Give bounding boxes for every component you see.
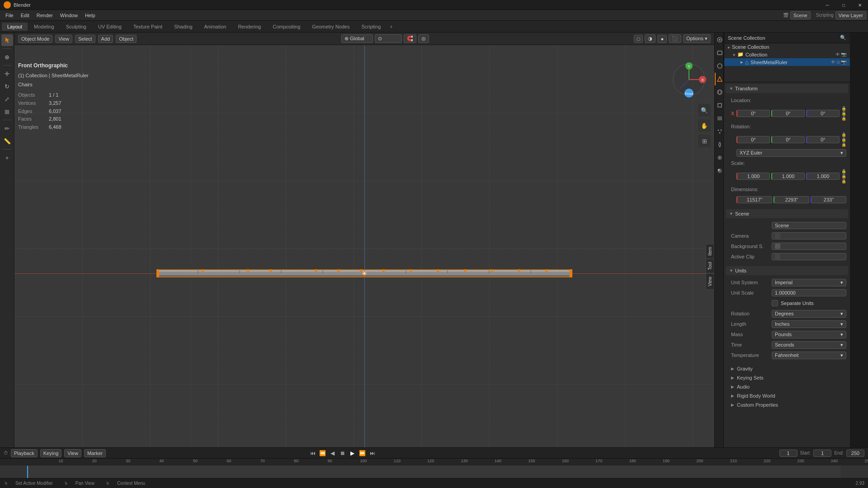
tab-particles[interactable] bbox=[715, 125, 724, 138]
object-visibility-icon[interactable]: 👁 bbox=[831, 60, 835, 65]
gizmo-zoom[interactable]: 🔍 bbox=[698, 104, 711, 117]
ws-tab-uv-editing[interactable]: UV Editing bbox=[93, 23, 127, 31]
minimize-button[interactable]: ─ bbox=[819, 0, 835, 10]
mass-dropdown[interactable]: Pounds ▾ bbox=[772, 331, 846, 338]
view-layer-selector[interactable]: View Layer bbox=[835, 11, 866, 19]
scale-y-field[interactable]: 1.000 bbox=[771, 173, 805, 180]
ws-tab-texture-paint[interactable]: Texture Paint bbox=[128, 23, 168, 31]
unit-scale-field[interactable]: 1.000000 bbox=[772, 289, 846, 296]
scene-selector[interactable]: Scene bbox=[790, 11, 811, 19]
scale-x-lock-icon[interactable]: 🔒 bbox=[841, 169, 846, 174]
sidebar-tab-tool[interactable]: Tool bbox=[706, 259, 714, 273]
menu-file[interactable]: File bbox=[2, 12, 17, 19]
mode-selector[interactable]: Object Mode bbox=[18, 35, 52, 43]
separate-units-checkbox[interactable] bbox=[772, 300, 778, 306]
active-clip-field[interactable] bbox=[772, 253, 846, 260]
snap-toggle[interactable]: 🧲 bbox=[404, 34, 416, 43]
step-fwd-btn[interactable]: ⏩ bbox=[358, 449, 367, 457]
start-frame-field[interactable]: 1 bbox=[813, 450, 831, 457]
ws-tab-shading[interactable]: Shading bbox=[169, 23, 198, 31]
keying-menu[interactable]: Keying bbox=[40, 449, 62, 457]
unit-system-dropdown[interactable]: Imperial ▾ bbox=[772, 279, 846, 286]
jump-to-end-btn[interactable]: ⏭ bbox=[368, 449, 377, 457]
menu-help[interactable]: Help bbox=[81, 12, 99, 19]
tool-transform[interactable]: ⊞ bbox=[1, 106, 13, 117]
location-z-field[interactable]: 0° bbox=[806, 110, 840, 117]
audio-section[interactable]: ▶ Audio bbox=[726, 383, 848, 391]
play-btn[interactable]: ▶ bbox=[348, 449, 357, 457]
object-render-icon[interactable]: 📷 bbox=[841, 60, 846, 65]
ws-tab-animation[interactable]: Animation bbox=[199, 23, 232, 31]
ws-tab-sculpting[interactable]: Sculpting bbox=[61, 23, 92, 31]
rigid-body-world-section[interactable]: ▶ Rigid Body World bbox=[726, 392, 848, 400]
dim-z-field[interactable]: 233" bbox=[811, 196, 846, 203]
rot-x-lock-icon[interactable]: 🔒 bbox=[841, 132, 846, 137]
object-select-icon[interactable]: ⊙ bbox=[836, 60, 840, 65]
ruler-object[interactable] bbox=[156, 268, 572, 278]
loc-y-lock-icon[interactable]: 🔒 bbox=[841, 111, 846, 116]
loc-x-lock-icon[interactable]: 🔒 bbox=[841, 106, 846, 111]
tool-annotate[interactable]: ✏ bbox=[1, 122, 13, 134]
timeline-ruler[interactable]: 10 20 30 40 50 60 70 80 90 100 110 120 1… bbox=[0, 459, 868, 479]
outliner-item-collection[interactable]: ▸ 📁 Collection 👁 📷 bbox=[724, 51, 850, 58]
viewport-canvas[interactable]: Front Orthographic (1) Collection | Shee… bbox=[14, 45, 714, 488]
ws-tab-layout[interactable]: Layout bbox=[2, 23, 28, 31]
play-reverse-btn[interactable]: ◀ bbox=[328, 449, 337, 457]
playback-menu[interactable]: Playback bbox=[11, 449, 38, 457]
rot-y-lock-icon[interactable]: 🔒 bbox=[841, 137, 846, 142]
ws-tab-compositing[interactable]: Compositing bbox=[267, 23, 306, 31]
step-back-btn[interactable]: ⏪ bbox=[318, 449, 327, 457]
dim-y-field[interactable]: 2293" bbox=[774, 196, 809, 203]
ws-tab-rendering[interactable]: Rendering bbox=[232, 23, 266, 31]
rot-z-lock-icon[interactable]: 🔒 bbox=[841, 142, 846, 147]
ws-tab-geometry-nodes[interactable]: Geometry Nodes bbox=[307, 23, 355, 31]
tool-add[interactable]: + bbox=[1, 152, 13, 164]
timeline-track[interactable] bbox=[0, 466, 868, 479]
scale-y-lock-icon[interactable]: 🔒 bbox=[841, 174, 846, 178]
stop-btn[interactable]: ⏹ bbox=[338, 449, 347, 457]
tool-cursor[interactable]: ⊕ bbox=[1, 51, 13, 63]
gizmo-grid[interactable]: ⊞ bbox=[698, 135, 711, 147]
tool-rotate[interactable]: ↻ bbox=[1, 80, 13, 92]
tab-output[interactable] bbox=[715, 47, 724, 59]
custom-properties-section[interactable]: ▶ Custom Properties bbox=[726, 401, 848, 409]
menu-render[interactable]: Render bbox=[33, 12, 57, 19]
menu-edit[interactable]: Edit bbox=[17, 12, 33, 19]
add-menu[interactable]: Add bbox=[98, 35, 113, 43]
gravity-section[interactable]: ▶ Gravity bbox=[726, 365, 848, 373]
tab-physics[interactable] bbox=[715, 138, 724, 151]
tool-scale[interactable]: ⤢ bbox=[1, 93, 13, 105]
transform-orientation[interactable]: ⊕ Global bbox=[341, 34, 373, 43]
scale-x-field[interactable]: 1.000 bbox=[736, 173, 770, 180]
view-menu[interactable]: View bbox=[55, 35, 72, 43]
tab-object-constraints[interactable] bbox=[715, 151, 724, 164]
collection-render-icon[interactable]: 📷 bbox=[841, 52, 846, 57]
outliner-item-object[interactable]: ▸ △ SheetMetalRuler 👁 ⊙ 📷 bbox=[724, 58, 850, 66]
viewport-shading-material[interactable]: ● bbox=[657, 35, 667, 43]
jump-to-start-btn[interactable]: ⏮ bbox=[308, 449, 317, 457]
select-menu[interactable]: Select bbox=[75, 35, 95, 43]
ws-tab-scripting[interactable]: Scripting bbox=[356, 23, 386, 31]
scene-name-field[interactable]: Scene bbox=[772, 222, 846, 229]
units-section-header[interactable]: ▼ Units bbox=[726, 266, 848, 275]
rotation-y-field[interactable]: 0° bbox=[771, 136, 805, 143]
tab-modifiers[interactable] bbox=[715, 112, 724, 125]
end-frame-field[interactable]: 250 bbox=[846, 450, 864, 457]
collection-visibility-icon[interactable]: 👁 bbox=[835, 52, 840, 57]
close-button[interactable]: ✕ bbox=[852, 0, 868, 10]
tab-view-layer[interactable] bbox=[715, 60, 724, 72]
tool-measure[interactable]: 📏 bbox=[1, 135, 13, 147]
sidebar-tab-item[interactable]: Item bbox=[706, 244, 714, 258]
viewport[interactable]: Object Mode View Select Add Object ⊕ Glo… bbox=[14, 33, 714, 488]
tab-object[interactable] bbox=[715, 99, 724, 112]
sidebar-tab-view[interactable]: View bbox=[706, 273, 714, 290]
length-dropdown[interactable]: Inches ▾ bbox=[772, 320, 846, 328]
options-button[interactable]: Options ▾ bbox=[683, 34, 711, 43]
scale-z-lock-icon[interactable]: 🔒 bbox=[841, 179, 846, 183]
viewport-shading-wire[interactable]: □ bbox=[634, 35, 643, 43]
view-menu-timeline[interactable]: View bbox=[64, 449, 81, 457]
location-y-field[interactable]: 0° bbox=[771, 110, 805, 117]
loc-z-lock-icon[interactable]: 🔒 bbox=[841, 116, 846, 121]
tab-material[interactable] bbox=[715, 164, 724, 177]
euler-dropdown[interactable]: XYZ Euler ▾ bbox=[736, 149, 846, 157]
